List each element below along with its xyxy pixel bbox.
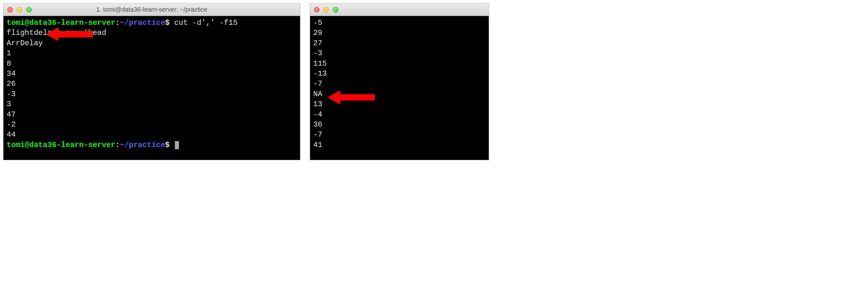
window-title-left: 1. tomi@data36-learn-server: ~/practice <box>3 6 300 13</box>
output-line: 13 <box>313 99 486 109</box>
terminal-body-right[interactable]: -5 29 27 -3 115 -13 -7 NA 13 -4 36 -7 41 <box>310 16 489 160</box>
output-line: 3 <box>7 99 297 109</box>
output-line: 27 <box>313 38 486 48</box>
terminal-window-left: 1. tomi@data36-learn-server: ~/practice … <box>3 3 300 160</box>
cursor-icon <box>175 141 179 149</box>
output-line: -7 <box>313 79 486 89</box>
maximize-icon[interactable] <box>26 7 32 12</box>
output-line: 44 <box>7 130 297 140</box>
output-line: -4 <box>313 110 486 120</box>
prompt-dollar: $ <box>165 141 169 149</box>
output-line: -13 <box>313 69 486 79</box>
output-line: -3 <box>313 48 486 59</box>
output-line: -2 <box>7 120 297 130</box>
prompt-path: ~/practice <box>120 19 165 27</box>
output-line: 34 <box>7 69 297 79</box>
prompt-line-2: tomi@data36-learn-server:~/practice$ <box>7 140 297 150</box>
output-line: 8 <box>7 59 297 69</box>
minimize-icon[interactable] <box>17 7 22 12</box>
prompt-user: tomi@data36-learn-server <box>7 19 116 27</box>
output-line: -5 <box>313 18 486 28</box>
traffic-lights <box>7 7 32 12</box>
output-line: 47 <box>7 110 297 120</box>
output-line: ArrDelay <box>7 38 297 48</box>
titlebar-right[interactable] <box>310 3 489 16</box>
output-line: 115 <box>313 59 486 69</box>
terminal-body-left[interactable]: tomi@data36-learn-server:~/practice$ cut… <box>3 16 300 160</box>
prompt-line-1: tomi@data36-learn-server:~/practice$ cut… <box>7 18 297 38</box>
close-icon[interactable] <box>7 7 13 12</box>
output-line: -3 <box>7 89 297 99</box>
traffic-lights <box>314 7 338 12</box>
output-line: 41 <box>313 140 486 150</box>
prompt-colon: : <box>116 19 120 27</box>
maximize-icon[interactable] <box>333 7 338 12</box>
prompt-user: tomi@data36-learn-server <box>7 141 116 149</box>
output-line: 26 <box>7 79 297 89</box>
output-line: 1 <box>7 48 297 59</box>
output-line: 29 <box>313 28 486 38</box>
prompt-colon: : <box>116 141 120 149</box>
prompt-path: ~/practice <box>120 141 165 149</box>
terminal-window-right: -5 29 27 -3 115 -13 -7 NA 13 -4 36 -7 41 <box>310 3 489 160</box>
prompt-dollar: $ <box>165 19 169 27</box>
titlebar-left[interactable]: 1. tomi@data36-learn-server: ~/practice <box>3 3 300 16</box>
minimize-icon[interactable] <box>323 7 329 12</box>
output-line: -7 <box>313 130 486 140</box>
output-line: NA <box>313 89 486 99</box>
close-icon[interactable] <box>314 7 319 12</box>
output-line: 36 <box>313 120 486 130</box>
